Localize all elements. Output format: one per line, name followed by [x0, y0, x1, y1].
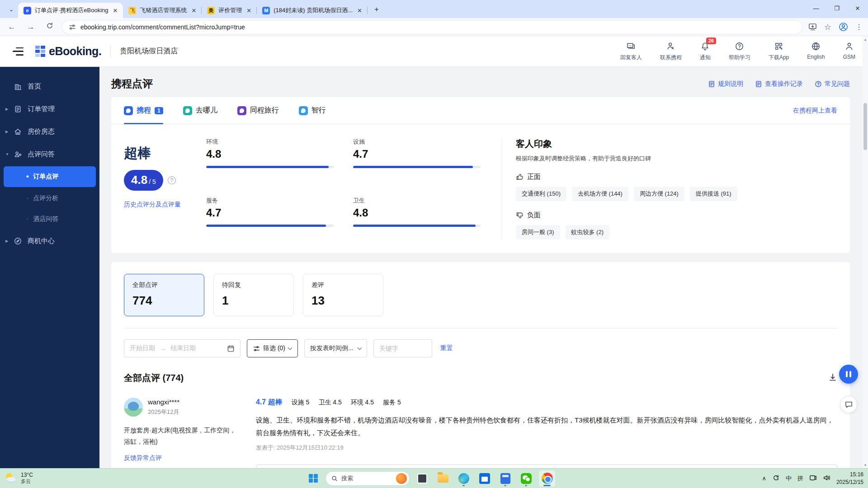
contact-ctrip-action[interactable]: 联系携程 — [660, 42, 682, 61]
taskbar: 13°C 多云 搜索 ∧ 中 拼 — [0, 468, 868, 488]
close-tab-icon[interactable]: ✕ — [190, 7, 197, 14]
globe-icon — [811, 42, 821, 52]
impression-tag[interactable]: 周边方便 (124) — [634, 187, 684, 201]
scroll-down-icon[interactable]: ▼ — [863, 462, 868, 468]
negative-label: 负面 — [527, 211, 541, 220]
sidebar-item-orders[interactable]: ▶ 订单管理 — [0, 98, 99, 120]
stat-bad-reviews[interactable]: 差评 13 — [303, 274, 383, 316]
download-app-action[interactable]: 下载App — [769, 42, 789, 61]
close-tab-icon[interactable]: ✕ — [245, 7, 252, 14]
forward-icon[interactable]: → — [24, 23, 37, 32]
browser-tab[interactable]: 美 评价管理 ✕ — [202, 3, 257, 18]
tray-expand-icon[interactable]: ∧ — [762, 475, 766, 482]
taskbar-clock[interactable]: 15:16 2025/12/15 — [836, 471, 863, 485]
browser-tab[interactable]: 飞 飞猪酒店管理系统 ✕ — [123, 3, 202, 18]
bookmark-star-icon[interactable]: ☆ — [824, 22, 831, 32]
profile-avatar-icon[interactable] — [839, 22, 848, 32]
reply-guest-action[interactable]: 回复客人 — [620, 42, 642, 61]
window-controls: — ❐ ✕ — [806, 0, 868, 16]
chrome-button[interactable] — [539, 470, 555, 487]
site-settings-icon[interactable] — [69, 23, 76, 31]
download-icon[interactable] — [828, 373, 837, 384]
address-bar[interactable]: ebooking.trip.com/comment/commentList?mi… — [62, 20, 802, 34]
sidebar-item-business[interactable]: ▶ 商机中心 — [0, 230, 99, 252]
sort-dropdown[interactable]: 按发表时间倒... — [304, 339, 367, 357]
update-sync-icon[interactable] — [772, 474, 780, 483]
sidebar-item-rates[interactable]: ▶ 房价房态 — [0, 120, 99, 143]
reviewer-name: wangxi**** — [148, 398, 179, 406]
date-range-picker[interactable]: 开始日期 → 结束日期 — [124, 339, 241, 357]
tab-qunar[interactable]: 去哪儿 — [183, 97, 217, 124]
ime-mode-indicator[interactable]: 拼 — [797, 474, 803, 483]
help-learning-action[interactable]: 帮助学习 — [729, 42, 750, 61]
tab-zhixing[interactable]: 智行 — [299, 97, 326, 124]
task-view-button[interactable] — [414, 470, 430, 487]
impression-tag[interactable]: 房间一般 (3) — [516, 225, 560, 239]
close-window-button[interactable]: ✕ — [847, 0, 868, 16]
tab-ctrip[interactable]: 携程 1 — [124, 97, 163, 124]
impression-tag[interactable]: 去机场方便 (144) — [572, 187, 628, 201]
volume-icon[interactable] — [823, 474, 830, 483]
reply-input[interactable] — [256, 465, 837, 469]
house-icon — [14, 127, 22, 136]
sidebar-subitem-review-analysis[interactable]: · 点评分析 — [0, 188, 99, 209]
tab-badge: 1 — [155, 107, 163, 114]
weather-desc: 多云 — [21, 479, 33, 485]
stat-all-reviews[interactable]: 全部点评 774 — [124, 274, 204, 316]
page-scrollbar[interactable]: ▲ ▼ — [863, 36, 868, 468]
history-score-link[interactable]: 历史点评分及点评量 — [124, 201, 201, 209]
taskbar-search[interactable]: 搜索 — [326, 471, 410, 486]
new-tab-button[interactable]: + — [370, 3, 383, 16]
back-icon[interactable]: ← — [5, 23, 18, 32]
gsm-account-action[interactable]: GSM — [843, 42, 855, 60]
chat-bubble-icon — [626, 42, 636, 52]
browser-menu-icon[interactable]: ⋮ — [855, 23, 863, 31]
rules-link[interactable]: 规则说明 — [708, 80, 743, 88]
tab-title: 订单点评·携程酒店eBooking — [35, 6, 108, 14]
restore-button[interactable]: ❐ — [826, 0, 847, 16]
keyword-input[interactable] — [373, 339, 432, 357]
sidebar-subitem-hotel-qa[interactable]: · 酒店问答 — [0, 209, 99, 230]
close-tab-icon[interactable]: ✕ — [112, 7, 119, 14]
sidebar-subitem-order-reviews[interactable]: • 订单点评 — [4, 166, 96, 187]
browser-tab[interactable]: M (184封未读) 贵阳机场假日酒... ✕ — [257, 3, 368, 18]
stat-pending-reply[interactable]: 待回复 1 — [213, 274, 294, 316]
assistant-float-button[interactable] — [839, 365, 858, 384]
scrollbar-thumb[interactable] — [863, 103, 867, 150]
subscore: 设施 5 — [292, 399, 310, 407]
report-abnormal-review-link[interactable]: 反馈异常点评 — [124, 454, 162, 462]
divider — [124, 328, 837, 328]
ime-language-indicator[interactable]: 中 — [786, 474, 792, 483]
faq-link[interactable]: 常见问题 — [815, 80, 850, 88]
calculator-button[interactable] — [497, 470, 514, 487]
tab-tongcheng[interactable]: 同程旅行 — [237, 97, 279, 124]
touch-keyboard-icon[interactable] — [809, 474, 817, 483]
browser-tab-active[interactable]: e 订单点评·携程酒店eBooking ✕ — [18, 3, 123, 18]
tab-search-chevron-icon[interactable]: ⌄ — [5, 3, 18, 16]
sidebar-item-reviews[interactable]: ▼ 点评问答 — [0, 143, 99, 165]
sidebar-item-home[interactable]: 首页 — [0, 75, 99, 98]
reload-icon[interactable] — [43, 22, 56, 32]
edge-button[interactable] — [456, 470, 472, 487]
impression-tag[interactable]: 蚊虫较多 (2) — [566, 225, 610, 239]
language-action[interactable]: English — [807, 42, 825, 60]
close-tab-icon[interactable]: ✕ — [356, 7, 363, 14]
minimize-button[interactable]: — — [806, 0, 826, 16]
file-explorer-button[interactable] — [435, 470, 451, 487]
notifications-action[interactable]: 26 通知 — [700, 42, 711, 61]
reset-link[interactable]: 重置 — [440, 344, 453, 352]
microsoft-store-button[interactable] — [476, 470, 493, 487]
feedback-chat-button[interactable] — [840, 396, 857, 413]
start-button[interactable] — [306, 471, 321, 486]
impression-tag[interactable]: 交通便利 (150) — [516, 187, 566, 201]
operation-log-link[interactable]: 查看操作记录 — [755, 80, 803, 88]
install-app-icon[interactable] — [808, 23, 817, 31]
taskbar-weather-widget[interactable]: 13°C 多云 — [0, 472, 118, 485]
scroll-up-icon[interactable]: ▲ — [863, 36, 868, 42]
filter-button[interactable]: 筛选 (0) — [247, 339, 298, 357]
collapse-sidebar-icon[interactable] — [13, 47, 24, 56]
wechat-button[interactable] — [518, 470, 534, 487]
impression-tag[interactable]: 提供接送 (91) — [690, 187, 737, 201]
score-help-icon[interactable]: ? — [168, 176, 176, 184]
view-on-ctrip-link[interactable]: 在携程网上查看 — [793, 107, 837, 115]
